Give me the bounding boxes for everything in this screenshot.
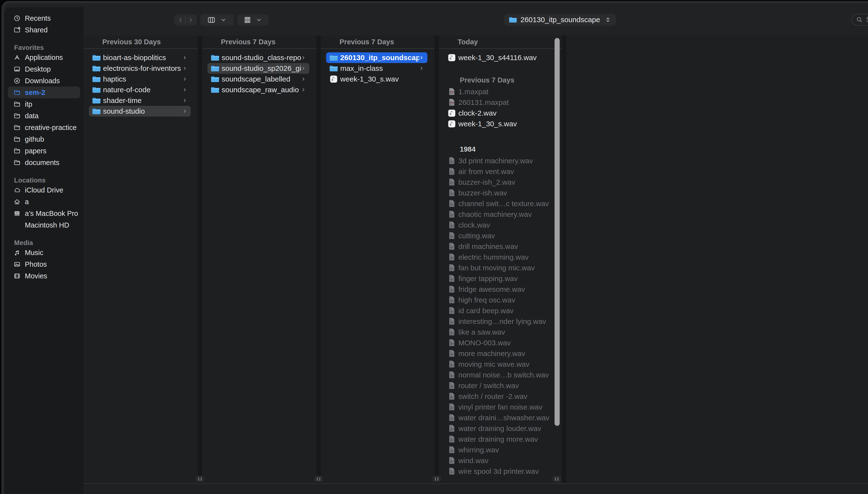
view-mode-button[interactable] (200, 14, 234, 25)
file-row-air-from-vent-wav[interactable]: air from vent.wav (444, 166, 555, 177)
sidebar-item-a[interactable]: a (8, 196, 80, 208)
cloud-icon (13, 186, 21, 194)
column-resize-handle[interactable] (552, 475, 561, 482)
file-row-water-draini-shwasher-wav[interactable]: water draini…shwasher.wav (444, 413, 555, 423)
group-button[interactable] (237, 14, 269, 25)
file-row-clock-wav[interactable]: clock.wav (444, 220, 555, 230)
column-divider (435, 36, 439, 483)
sidebar: RecentsSharedFavoritesApplicationsDeskto… (4, 7, 84, 494)
folder-row-sound-studio[interactable]: sound-studio (89, 106, 191, 117)
folder-row-electronics-for-inventors[interactable]: electronics-for-inventors (89, 63, 191, 74)
file-row-finger-tapping-wav[interactable]: finger tapping.wav (444, 273, 555, 284)
sidebar-item-label: Recents (25, 14, 51, 22)
sidebar-item-photos[interactable]: Photos (8, 259, 80, 270)
sidebar-item-macintosh-hd[interactable]: Macintosh HD (8, 219, 80, 231)
audio-dim-icon (447, 306, 457, 316)
film-icon (13, 272, 21, 280)
folder-row-shader-time[interactable]: shader-time (89, 95, 191, 106)
file-row-week-1-30-s44116-wav[interactable]: week-1_30_s44116.wav (444, 52, 555, 63)
file-row-like-a-saw-wav[interactable]: like a saw.wav (444, 327, 555, 338)
chevron-right-icon (187, 17, 194, 23)
file-row-260131-maxpat[interactable]: MAX260131.maxpat (444, 97, 555, 108)
sidebar-item-data[interactable]: data (8, 110, 80, 122)
audio-icon (447, 119, 457, 129)
column-resize-handle[interactable] (432, 475, 441, 482)
column-resize-handle[interactable] (196, 475, 204, 482)
sidebar-item-github[interactable]: github (8, 133, 80, 145)
back-button[interactable] (177, 17, 184, 23)
sidebar-item-icloud-drive[interactable]: iCloud Drive (8, 184, 80, 196)
column-resize-handle[interactable] (314, 475, 323, 482)
maxpat-icon: MAX (447, 87, 457, 97)
sidebar-item-applications[interactable]: Applications (8, 52, 80, 63)
folder-icon (329, 63, 338, 73)
folder-row-soundscape-raw-audio[interactable]: soundscape_raw_audio (207, 84, 309, 95)
vertical-scrollbar[interactable] (555, 38, 560, 426)
item-label: fan but moving mic.wav (458, 264, 551, 272)
file-row-router-switch-wav[interactable]: router / switch.wav (444, 380, 555, 391)
sidebar-item-shared[interactable]: Shared (8, 24, 80, 36)
file-row-water-draining-more-wav[interactable]: water draining more.wav (444, 434, 555, 444)
item-label: router / switch.wav (458, 382, 551, 390)
folder-row-sound-studio-class-repo[interactable]: sound-studio_class-repo (207, 52, 309, 63)
forward-button[interactable] (187, 17, 194, 23)
file-row-id-card-beep-wav[interactable]: id card beep.wav (444, 305, 555, 316)
search-input[interactable] (866, 15, 868, 24)
sidebar-item-label: itp (25, 100, 32, 108)
file-row-moving-mic-wave-wav[interactable]: moving mic wave.wav (444, 359, 555, 369)
folder-icon (92, 74, 101, 84)
item-label: nature-of-code (103, 86, 182, 94)
file-row-normal-noise-b-switch-wav[interactable]: normal noise…b switch.wav (444, 369, 555, 380)
sidebar-item-music[interactable]: Music (8, 247, 80, 259)
file-row-chaotic-machinery-wav[interactable]: chaotic machinery.wav (444, 209, 555, 220)
sidebar-item-desktop[interactable]: Desktop (8, 63, 80, 75)
file-row-whirring-wav[interactable]: whirring.wav (444, 444, 555, 455)
file-row-fan-but-moving-mic-wav[interactable]: fan but moving mic.wav (444, 263, 555, 273)
file-row-buzzer-ish-2-wav[interactable]: buzzer-ish_2.wav (444, 177, 555, 188)
sidebar-item-papers[interactable]: papers (8, 145, 80, 157)
file-row-buzzer-ish-wav[interactable]: buzzer-ish.wav (444, 188, 555, 198)
file-row-3d-print-machinery-wav[interactable]: 3d print machinery.wav (444, 155, 555, 166)
folder-row-bioart-as-biopolitics[interactable]: bioart-as-biopolitics (89, 52, 191, 63)
sidebar-item-itp[interactable]: itp (8, 98, 80, 110)
folder-row-haptics[interactable]: haptics (89, 74, 191, 84)
audio-dim-icon (447, 338, 457, 348)
sidebar-item-movies[interactable]: Movies (8, 270, 80, 282)
current-folder-dropdown[interactable]: 260130_itp_soundscape (504, 14, 616, 25)
file-row-week-1-30-s-wav[interactable]: week-1_30_s.wav (444, 118, 555, 129)
sidebar-item-a-s-macbook-pro[interactable]: a’s MacBook Pro (8, 208, 80, 219)
file-row-fridge-awesome-wav[interactable]: fridge awesome.wav (444, 284, 555, 295)
sidebar-item-downloads[interactable]: Downloads (8, 75, 80, 87)
file-row-cutting-wav[interactable]: cutting.wav (444, 230, 555, 241)
file-row-more-machinery-wav[interactable]: more machinery.wav (444, 348, 555, 359)
file-row-wire-spool-3d-printer-wav[interactable]: wire spool 3d printer.wav (444, 466, 555, 477)
file-row-1-maxpat[interactable]: MAX1.maxpat (444, 87, 555, 97)
folder-row-260130-itp-soundscape[interactable]: 260130_itp_soundscape (326, 52, 427, 63)
file-row-vinyl-printer-fan-noise-wav[interactable]: vinyl printer fan noise.wav (444, 402, 555, 413)
folder-row-soundscape-labelled[interactable]: soundscape_labelled (207, 74, 309, 84)
file-row-wind-wav[interactable]: wind.wav (444, 455, 555, 466)
file-row-channel-swit-c-texture-wav[interactable]: channel swit…c texture.wav (444, 198, 555, 209)
file-row-week-1-30-s-wav[interactable]: week-1_30_s.wav (326, 74, 427, 84)
folder-row-max-in-class[interactable]: max_in-class (326, 63, 427, 74)
file-row-mono-003-wav[interactable]: MONO-003.wav (444, 338, 555, 348)
sidebar-item-sem-2[interactable]: sem-2 (8, 87, 80, 98)
sidebar-item-recents[interactable]: Recents (8, 13, 80, 24)
file-row-switch-router-2-wav[interactable]: switch / router -2.wav (444, 391, 555, 402)
chevron-right-icon (182, 87, 187, 92)
sidebar-item-creative-practice[interactable]: creative-practice (8, 122, 80, 133)
file-row-electric-humming-wav[interactable]: electric humming.wav (444, 252, 555, 263)
file-row-water-draining-louder-wav[interactable]: water draining louder.wav (444, 423, 555, 434)
folder-row-nature-of-code[interactable]: nature-of-code (89, 84, 191, 95)
item-label: wind.wav (458, 457, 551, 465)
file-row-drill-machines-wav[interactable]: drill machines.wav (444, 241, 555, 252)
item-label: 3d print machinery.wav (458, 157, 551, 165)
file-row-high-freq-osc-wav[interactable]: high freq osc.wav (444, 295, 555, 305)
file-row-clock-2-wav[interactable]: clock-2.wav (444, 108, 555, 118)
folder-row-sound-studio-sp2026-git[interactable]: sound-studio_sp2026_git (207, 63, 309, 74)
sidebar-item-documents[interactable]: documents (8, 157, 80, 168)
search-field[interactable] (851, 14, 868, 25)
sidebar-section-header-favorites: Favorites (4, 44, 84, 52)
folder-icon (210, 74, 220, 84)
file-row-interesting-nder-lying-wav[interactable]: interesting…nder lying.wav (444, 316, 555, 327)
